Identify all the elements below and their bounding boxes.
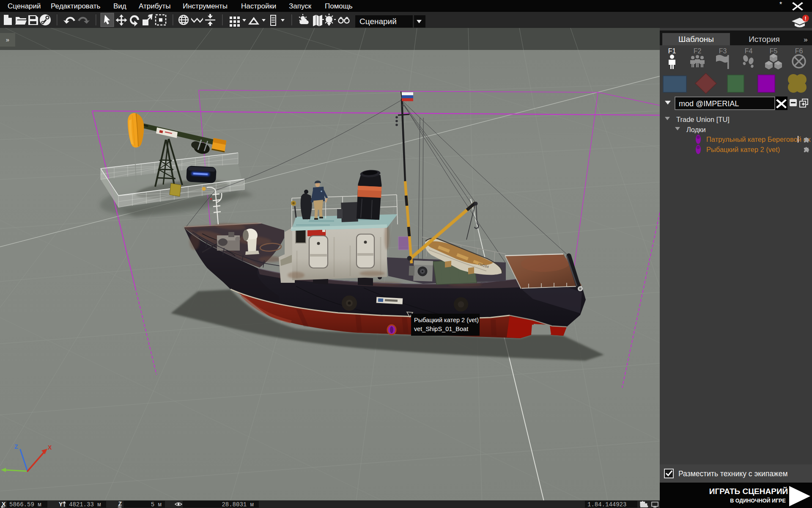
- svg-text:mod @IMPERIAL: mod @IMPERIAL: [679, 99, 739, 108]
- svg-text:Рыбацкий катер 2 (vet): Рыбацкий катер 2 (vet): [706, 146, 780, 153]
- svg-text:Y: Y: [59, 501, 63, 508]
- svg-text:ИГРАТЬ СЦЕНАРИЙ: ИГРАТЬ СЦЕНАРИЙ: [709, 487, 788, 496]
- svg-text:5866.59 м: 5866.59 м: [9, 501, 41, 508]
- svg-text:F1: F1: [668, 47, 676, 55]
- svg-text:Trade Union [TU]: Trade Union [TU]: [676, 116, 730, 123]
- svg-text:»: »: [804, 36, 807, 44]
- svg-text:F2: F2: [694, 47, 702, 55]
- svg-text:X: X: [48, 444, 52, 451]
- svg-text:Лодки: Лодки: [686, 126, 706, 133]
- svg-text:F6: F6: [795, 47, 803, 55]
- svg-text:5 м: 5 м: [151, 501, 162, 508]
- svg-text:Z: Z: [14, 443, 18, 450]
- svg-text:X: X: [2, 501, 6, 508]
- svg-text:4821.33 м: 4821.33 м: [69, 501, 101, 508]
- svg-text:История: История: [749, 35, 780, 44]
- svg-text:Шаблоны: Шаблоны: [678, 35, 714, 44]
- svg-text:Разместить технику с экипажем: Разместить технику с экипажем: [678, 469, 787, 478]
- svg-text:В ОДИНОЧНОЙ ИГРЕ: В ОДИНОЧНОЙ ИГРЕ: [730, 497, 785, 504]
- svg-text:28.8031 м: 28.8031 м: [222, 501, 254, 508]
- svg-text:F3: F3: [719, 47, 727, 55]
- svg-text:Сценарий: Сценарий: [359, 17, 397, 26]
- svg-text:F4: F4: [745, 47, 753, 55]
- svg-text:1.84.144923: 1.84.144923: [587, 501, 626, 508]
- svg-text:Патрульный катер Береговой ох: Патрульный катер Береговой ох: [706, 135, 811, 143]
- svg-text:F5: F5: [770, 47, 778, 55]
- svg-text:!: !: [805, 15, 807, 22]
